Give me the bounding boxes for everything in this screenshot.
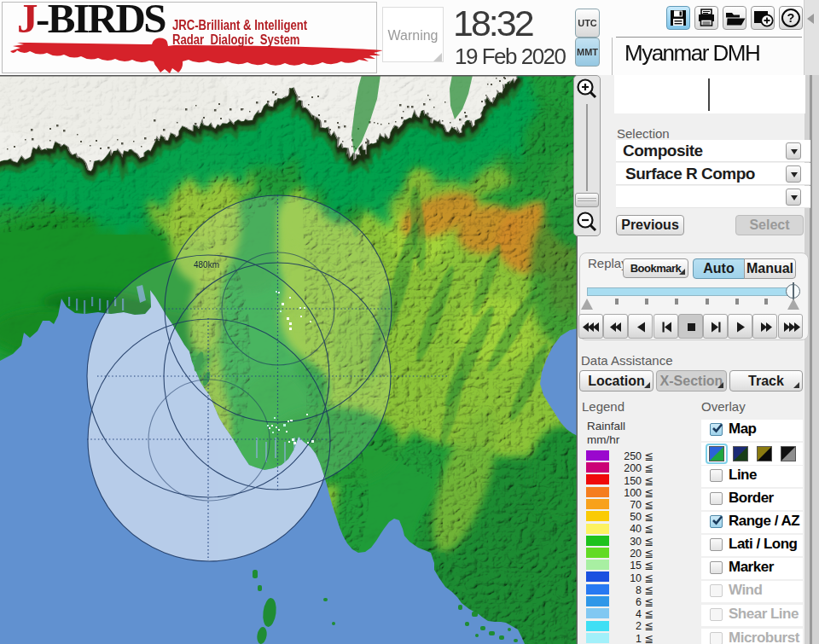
- svg-text:480km: 480km: [194, 260, 219, 270]
- svg-text:?: ?: [787, 11, 795, 25]
